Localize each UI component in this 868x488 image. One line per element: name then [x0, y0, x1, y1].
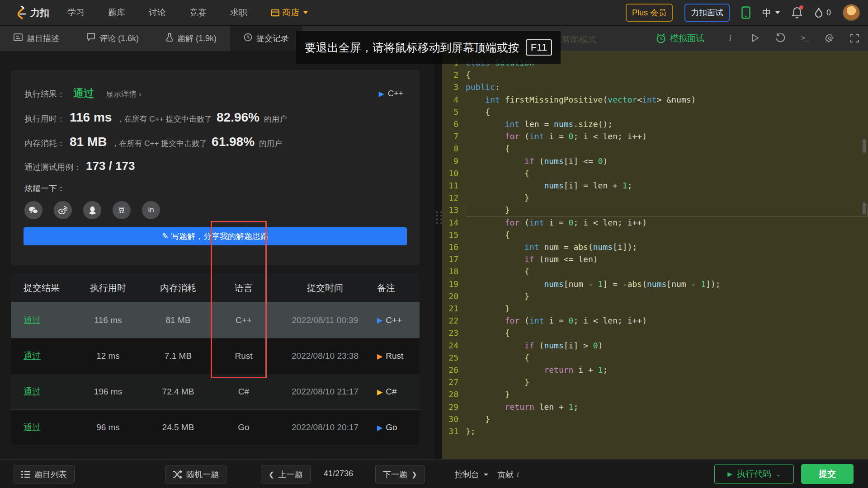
- line-number: 21: [442, 302, 466, 314]
- time-cell: 2022/08/10 20:17: [273, 422, 377, 432]
- mobile-app-icon[interactable]: [741, 6, 750, 19]
- avatar[interactable]: [843, 4, 860, 21]
- code-line[interactable]: 2{: [442, 69, 868, 81]
- console-toggle[interactable]: 控制台: [455, 469, 488, 480]
- code-line[interactable]: 28 }: [442, 388, 868, 400]
- code-line[interactable]: 8 {: [442, 142, 868, 155]
- nav-item-discuss[interactable]: 讨论: [149, 7, 166, 19]
- reset-icon[interactable]: [775, 32, 785, 44]
- editor-scrollbar-thumb[interactable]: [863, 139, 866, 153]
- nav-item-learn[interactable]: 学习: [67, 7, 85, 19]
- code-line[interactable]: 21 }: [442, 302, 868, 314]
- code-line[interactable]: 15 {: [442, 229, 868, 241]
- editor-scrollbar-thumb[interactable]: [863, 202, 866, 214]
- line-number: 12: [442, 192, 466, 204]
- code-line[interactable]: 5 {: [442, 106, 868, 118]
- code-line[interactable]: 3public:: [442, 81, 868, 93]
- line-number: 25: [442, 352, 466, 364]
- runtime-cell: 116 ms: [74, 315, 142, 325]
- language-cell: Go: [214, 422, 273, 432]
- code-line[interactable]: 25 {: [442, 352, 868, 364]
- prev-problem-button[interactable]: ❮ 上一题: [261, 465, 311, 483]
- table-row[interactable]: 通过96 ms24.5 MBGo2022/08/10 20:17▶Go: [11, 409, 420, 445]
- chevron-down-icon: ⌄: [776, 471, 781, 478]
- qq-icon[interactable]: [83, 201, 101, 219]
- code-line[interactable]: 30 }: [442, 413, 868, 425]
- time-cell: 2022/08/10 23:38: [273, 351, 377, 361]
- language-selector[interactable]: 中: [762, 7, 780, 19]
- line-number: 7: [442, 130, 466, 142]
- plus-member-button[interactable]: Plus 会员: [626, 4, 673, 22]
- code-line[interactable]: 4 int firstMissingPositive(vector<int> &…: [442, 94, 868, 106]
- info-icon[interactable]: i: [725, 32, 735, 44]
- code-line[interactable]: 31};: [442, 425, 868, 437]
- column-header: 内存消耗: [142, 282, 214, 294]
- code-line[interactable]: 17 if (num <= len): [442, 253, 868, 265]
- nav-item-contest[interactable]: 竞赛: [189, 7, 207, 19]
- code-line[interactable]: 23 {: [442, 327, 868, 339]
- code-line[interactable]: 9 if (nums[i] <= 0): [442, 155, 868, 167]
- line-number: 24: [442, 339, 466, 352]
- shop-label: 商店: [282, 7, 299, 19]
- tab-solutions[interactable]: 题解 (1.9k): [152, 26, 230, 51]
- random-problem-button[interactable]: 随机一题: [165, 465, 226, 483]
- leetcode-logo[interactable]: 力扣: [15, 6, 49, 19]
- shuffle-icon: [173, 470, 182, 479]
- tab-description[interactable]: 题目描述: [0, 26, 73, 51]
- code-line[interactable]: 20 }: [442, 290, 868, 302]
- settings-gear-icon[interactable]: [825, 32, 835, 44]
- code-line[interactable]: 12 }: [442, 192, 868, 204]
- fullscreen-icon[interactable]: [849, 32, 859, 44]
- code-line[interactable]: 27 }: [442, 376, 868, 388]
- nav-item-jobs[interactable]: 求职: [230, 7, 247, 19]
- code-line[interactable]: 13 }: [442, 204, 868, 216]
- terminal-icon[interactable]: >_: [800, 32, 810, 44]
- next-problem-button[interactable]: 下一题 ❯: [375, 465, 425, 483]
- mock-interview-button[interactable]: 模拟面试: [656, 33, 704, 44]
- leetcode-interview-button[interactable]: 力扣面试: [684, 4, 730, 22]
- nav-item-shop[interactable]: 商店: [271, 7, 308, 19]
- panel-splitter[interactable]: [434, 51, 442, 459]
- code-line[interactable]: 16 int num = abs(nums[i]);: [442, 241, 868, 253]
- f11-key-badge: F11: [526, 39, 552, 56]
- code-line[interactable]: 6 int len = nums.size();: [442, 118, 868, 130]
- submission-status-link[interactable]: 通过: [24, 387, 41, 396]
- wechat-icon[interactable]: [24, 201, 42, 219]
- tab-comments[interactable]: 评论 (1.6k): [73, 26, 152, 51]
- problem-list-button[interactable]: 题目列表: [14, 465, 75, 483]
- code-line[interactable]: 11 nums[i] = len + 1;: [442, 179, 868, 192]
- line-number: 3: [442, 81, 466, 93]
- contribute-link[interactable]: 贡献 i: [497, 469, 519, 480]
- submission-status-link[interactable]: 通过: [24, 422, 41, 432]
- code-line[interactable]: 24 if (nums[i] > 0): [442, 339, 868, 352]
- code-line[interactable]: 10 {: [442, 167, 868, 179]
- memory-label: 内存消耗：: [24, 138, 65, 149]
- code-line[interactable]: 18 {: [442, 265, 868, 277]
- submission-status-link[interactable]: 通过: [24, 315, 41, 325]
- run-code-button[interactable]: ▶ 执行代码 ⌄: [714, 464, 794, 484]
- show-detail-link[interactable]: 显示详情 ›: [106, 89, 141, 99]
- douban-icon[interactable]: 豆: [113, 201, 131, 219]
- code-line[interactable]: 26 return i + 1;: [442, 364, 868, 376]
- runtime-cell: 96 ms: [74, 422, 142, 432]
- line-number: 13: [442, 204, 466, 216]
- code-line[interactable]: 22 for (int i = 0; i < len; i++): [442, 314, 868, 327]
- submission-status-link[interactable]: 通过: [24, 351, 41, 361]
- tab-submissions[interactable]: 提交记录: [230, 26, 302, 51]
- play-icon[interactable]: [750, 32, 760, 44]
- code-line[interactable]: 14 for (int i = 0; i < len; i++): [442, 216, 868, 229]
- code-line[interactable]: 7 for (int i = 0; i < len; i++): [442, 130, 868, 142]
- weibo-icon[interactable]: [54, 201, 72, 219]
- alarm-clock-icon: [656, 33, 666, 44]
- table-row[interactable]: 通过196 ms72.4 MBC#2022/08/10 21:17▶C#: [11, 374, 420, 409]
- code-line[interactable]: 19 nums[num - 1] = -abs(nums[num - 1]);: [442, 278, 868, 290]
- flask-icon: [166, 33, 173, 44]
- code-editor[interactable]: 1class Solution2{3public:4 int firstMiss…: [442, 51, 868, 459]
- linkedin-icon[interactable]: in: [142, 201, 160, 219]
- nav-item-problems[interactable]: 题库: [108, 7, 125, 19]
- notifications-bell-icon[interactable]: [792, 7, 802, 19]
- line-number: 26: [442, 364, 466, 376]
- code-line[interactable]: 29 return len + 1;: [442, 401, 868, 413]
- streak-counter[interactable]: 0: [814, 7, 831, 19]
- submit-button[interactable]: 提交: [801, 464, 854, 484]
